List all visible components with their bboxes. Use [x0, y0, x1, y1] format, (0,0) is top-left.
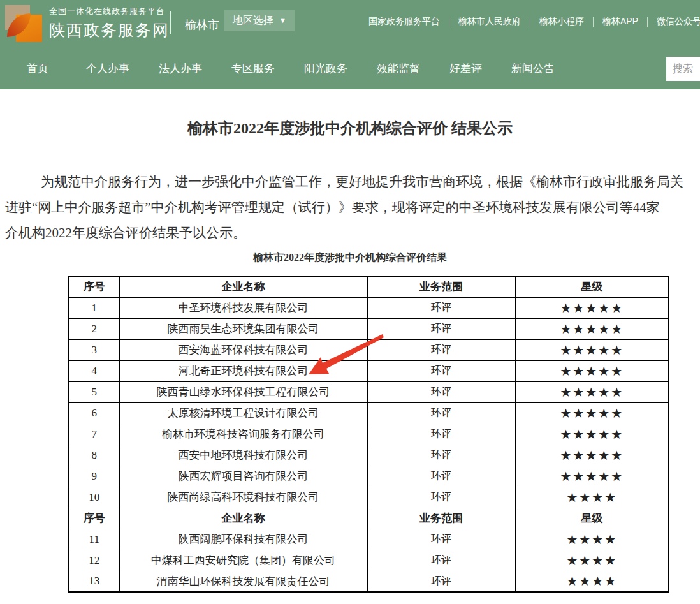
table-row: 10陕西尚绿高科环境科技有限公司环评★★★★: [69, 487, 669, 508]
column-header: 业务范围: [367, 276, 515, 297]
top-link[interactable]: 微信公众号: [657, 16, 700, 27]
row-number-cell: 6: [69, 402, 119, 424]
table-row: 11陕西阔鹏环保科技有限公司环评★★★★: [69, 529, 669, 550]
company-name-cell: 陕西雨昊生态环境集团有限公司: [119, 318, 367, 339]
nav-item[interactable]: 法人办事: [159, 61, 202, 76]
page: { "colors": { "accent_green": "#6a9a77",…: [0, 0, 700, 604]
row-number-cell: 3: [69, 339, 119, 360]
region-selector-label: 地区选择: [233, 14, 273, 27]
row-number-cell: 10: [69, 487, 119, 508]
company-name-cell: 中圣环境科技发展有限公司: [119, 297, 367, 318]
chevron-down-icon: ▼: [279, 17, 286, 24]
company-name-cell: 渭南华山环保科技发展有限责任公司: [119, 571, 367, 592]
business-scope-cell: 环评: [367, 466, 515, 487]
row-number-cell: 5: [69, 381, 119, 402]
business-scope-cell: 环评: [367, 318, 515, 339]
business-scope-cell: 环评: [367, 571, 515, 592]
star-rating-cell: ★★★★: [515, 487, 669, 508]
business-scope-cell: 环评: [367, 529, 515, 550]
star-rating-cell: ★★★★★: [515, 297, 669, 318]
business-scope-cell: 环评: [367, 550, 515, 571]
business-scope-cell: 环评: [367, 487, 515, 508]
brand-divider: [170, 11, 171, 34]
table-header-row: 序号企业名称业务范围星级: [69, 508, 669, 529]
top-link[interactable]: 榆林APP: [602, 16, 638, 27]
row-number-cell: 11: [69, 529, 119, 550]
column-header: 星级: [515, 508, 669, 529]
article: 榆林市2022年度涉批中介机构综合评价 结果公示 为规范中介服务行为，进一步强化…: [0, 118, 700, 593]
paragraph-line: 进驻“网上中介服务超市”中介机构考评管理规定（试行）》要求，现将评定的中圣环境科…: [0, 195, 700, 220]
row-number-cell: 2: [69, 318, 119, 339]
table-row: 12中煤科工西安研究院（集团）有限公司环评★★★★: [69, 550, 669, 571]
company-name-cell: 榆林市环境科技咨询服务有限公司: [119, 424, 367, 445]
nav-item[interactable]: 新闻公告: [511, 61, 555, 76]
table-header-row: 序号企业名称业务范围星级: [69, 276, 669, 297]
nav-item[interactable]: 好差评: [449, 61, 482, 76]
site-logo[interactable]: [5, 5, 42, 42]
row-number-cell: 13: [69, 571, 119, 592]
site-header: 全国一体化在线政务服务平台 陕西政务服务网 榆林市 地区选择 ▼ 国家政务服务平…: [0, 0, 700, 48]
search-input[interactable]: [666, 57, 700, 81]
star-rating-cell: ★★★★★: [515, 445, 669, 466]
top-link-divider: [530, 17, 530, 27]
top-link-divider: [647, 17, 648, 27]
business-scope-cell: 环评: [367, 445, 515, 466]
business-scope-cell: 环评: [367, 339, 515, 360]
top-link[interactable]: 榆林市人民政府: [458, 16, 521, 27]
star-rating-cell: ★★★★★: [515, 339, 669, 360]
top-link-divider: [593, 17, 594, 27]
column-header: 序号: [69, 276, 119, 297]
column-header: 序号: [69, 508, 119, 529]
table-row: 6太原核清环境工程设计有限公司环评★★★★★: [69, 402, 669, 424]
row-number-cell: 7: [69, 424, 119, 445]
nav-item[interactable]: 首页: [27, 61, 48, 76]
table-row: 4河北奇正环境科技有限公司环评★★★★★: [69, 360, 669, 381]
top-link-divider: [449, 17, 449, 27]
column-header: 星级: [515, 276, 669, 297]
table-row: 13渭南华山环保科技发展有限责任公司环评★★★★: [69, 571, 669, 592]
table-row: 9陕西宏辉项目咨询有限公司环评★★★★★: [69, 466, 669, 487]
column-header: 企业名称: [119, 508, 367, 529]
star-rating-cell: ★★★★★: [515, 381, 669, 402]
nav-items: 首页个人办事法人办事专区服务阳光政务效能监督好差评新闻公告: [27, 61, 555, 76]
table-caption: 榆林市2022年度涉批中介机构综合评价结果: [0, 251, 700, 265]
business-scope-cell: 环评: [367, 360, 515, 381]
company-name-cell: 太原核清环境工程设计有限公司: [119, 402, 367, 424]
company-name-cell: 西安海蓝环保科技有限公司: [119, 339, 367, 360]
star-rating-cell: ★★★★: [515, 550, 669, 571]
paragraph-line: 介机构2022年度综合评价结果予以公示。: [0, 220, 700, 246]
top-link[interactable]: 国家政务服务平台: [368, 16, 440, 27]
row-number-cell: 4: [69, 360, 119, 381]
star-rating-cell: ★★★★★: [515, 424, 669, 445]
company-name-cell: 陕西宏辉项目咨询有限公司: [119, 466, 367, 487]
table-row: 1中圣环境科技发展有限公司环评★★★★★: [69, 297, 669, 318]
row-number-cell: 12: [69, 550, 119, 571]
company-name-cell: 陕西尚绿高科环境科技有限公司: [119, 487, 367, 508]
row-number-cell: 1: [69, 297, 119, 318]
top-link[interactable]: 榆林小程序: [539, 16, 584, 27]
paragraph-line: 为规范中介服务行为，进一步强化中介监管工作，更好地提升我市营商环境，根据《榆林市…: [0, 169, 700, 195]
nav-item[interactable]: 阳光政务: [304, 61, 347, 76]
star-rating-cell: ★★★★: [515, 529, 669, 550]
star-rating-cell: ★★★★: [515, 571, 669, 592]
nav-item[interactable]: 效能监督: [377, 61, 420, 76]
star-rating-cell: ★★★★★: [515, 318, 669, 339]
star-rating-cell: ★★★★★: [515, 360, 669, 381]
company-name-cell: 陕西阔鹏环保科技有限公司: [119, 529, 367, 550]
region-selector-button[interactable]: 地区选择 ▼: [224, 10, 295, 31]
business-scope-cell: 环评: [367, 297, 515, 318]
business-scope-cell: 环评: [367, 402, 515, 424]
company-name-cell: 河北奇正环境科技有限公司: [119, 360, 367, 381]
star-rating-cell: ★★★★★: [515, 466, 669, 487]
platform-label: 全国一体化在线政务服务平台: [49, 6, 170, 17]
star-rating-cell: ★★★★★: [515, 402, 669, 424]
top-links: 国家政务服务平台榆林市人民政府榆林小程序榆林APP微信公众号: [368, 16, 700, 27]
company-name-cell: 西安中地环境科技有限公司: [119, 445, 367, 466]
main-nav: 首页个人办事法人办事专区服务阳光政务效能监督好差评新闻公告: [0, 48, 700, 89]
company-name-cell: 中煤科工西安研究院（集团）有限公司: [119, 550, 367, 571]
nav-item[interactable]: 个人办事: [86, 61, 129, 76]
page-title: 榆林市2022年度涉批中介机构综合评价 结果公示: [0, 118, 700, 138]
nav-item[interactable]: 专区服务: [231, 61, 275, 76]
evaluation-table: 序号企业名称业务范围星级1中圣环境科技发展有限公司环评★★★★★2陕西雨昊生态环…: [68, 276, 669, 593]
table-row: 7榆林市环境科技咨询服务有限公司环评★★★★★: [69, 424, 669, 445]
